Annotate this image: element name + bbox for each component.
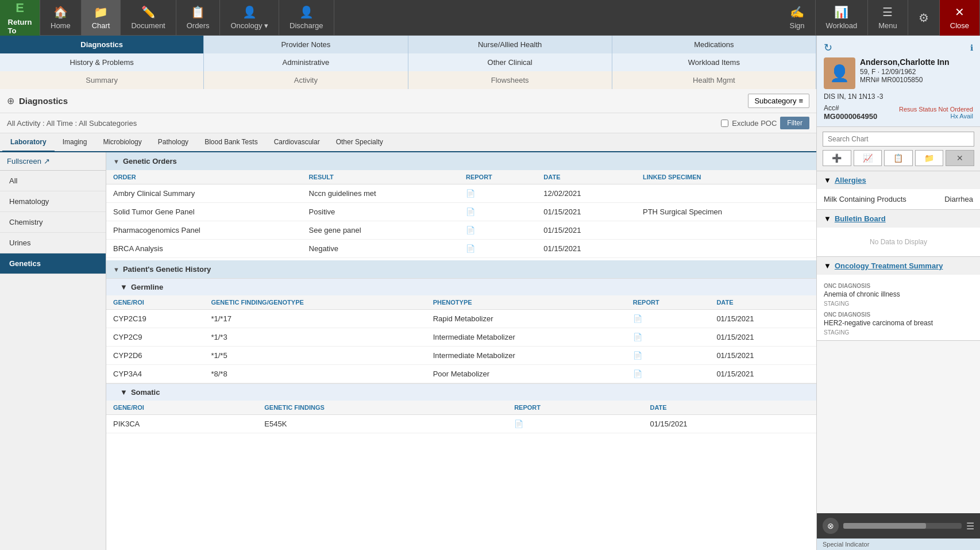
- lab-tab-blood-bank[interactable]: Blood Bank Tests: [196, 133, 266, 152]
- close-button[interactable]: ✕ Close: [940, 0, 980, 36]
- sidebar-item-hematology[interactable]: Hematology: [0, 191, 106, 212]
- chart-tool-add[interactable]: ➕: [823, 150, 851, 166]
- chart-tool-folder[interactable]: 📁: [915, 150, 944, 166]
- sidebar-item-genetics[interactable]: Genetics: [0, 253, 106, 274]
- oncology-treatment-header[interactable]: ▼ Oncology Treatment Summary: [817, 257, 980, 275]
- report-icon[interactable]: 📄: [626, 347, 710, 365]
- order-report[interactable]: 📄: [459, 240, 537, 258]
- info-button[interactable]: ℹ: [970, 43, 973, 52]
- diagnostics-back-icon[interactable]: ⊕: [7, 95, 14, 106]
- tab-nurse-allied[interactable]: Nurse/Allied Health: [408, 36, 612, 53]
- somatic-chevron[interactable]: ▼: [120, 388, 128, 397]
- chart-button[interactable]: 📁 Chart: [82, 0, 121, 36]
- order-report[interactable]: 📄: [459, 203, 537, 221]
- phenotype: Intermediate Metabolizer: [426, 328, 626, 347]
- report-icon[interactable]: 📄: [626, 310, 710, 328]
- patient-acc-area: Acc# MG0000064950 Resus Status Not Order…: [824, 104, 973, 121]
- left-panel: Diagnostics Provider Notes Nurse/Allied …: [0, 36, 816, 550]
- comm-menu-icon[interactable]: ☰: [966, 521, 974, 532]
- order-date: 01/15/2021: [537, 240, 636, 258]
- bulletin-board-header[interactable]: ▼ Bulletin Board: [817, 210, 980, 228]
- comm-icon[interactable]: ⊗: [823, 518, 839, 534]
- orders-button[interactable]: 📋 Orders: [176, 0, 221, 36]
- main-area: Diagnostics Provider Notes Nurse/Allied …: [0, 36, 980, 550]
- search-chart-input[interactable]: [823, 132, 974, 147]
- allergies-header[interactable]: ▼ Allergies: [817, 171, 980, 189]
- germline-col-gene: Gene/ROI: [106, 295, 204, 310]
- document-button[interactable]: ✏️ Document: [121, 0, 176, 36]
- search-chart-area: ➕ 📈 📋 📁 ✕: [817, 127, 980, 171]
- order-name: BRCA Analysis: [106, 240, 302, 258]
- chart-tool-close[interactable]: ✕: [946, 150, 974, 166]
- filter-button[interactable]: Filter: [780, 117, 809, 129]
- phenotype: Poor Metabolizer: [426, 365, 626, 383]
- oncology-button[interactable]: 👤 Oncology ▾: [220, 0, 279, 36]
- tab-summary[interactable]: Summary: [0, 71, 204, 89]
- fullscreen-button[interactable]: Fullscreen ↗: [0, 152, 106, 171]
- genetic-orders-table: Order Result Report Date Linked Specimen…: [106, 170, 816, 258]
- germline-chevron[interactable]: ▼: [120, 283, 128, 291]
- right-panel: ↻ ℹ 👤 Anderson,Charlotte Inn 59, F · 12/…: [816, 36, 980, 550]
- report-icon[interactable]: 📄: [626, 328, 710, 347]
- tab-medications[interactable]: Medications: [612, 36, 816, 53]
- somatic-col-finding: Genetic Findings: [257, 401, 507, 415]
- somatic-report-icon[interactable]: 📄: [507, 415, 643, 433]
- tab-health-mgmt[interactable]: Health Mgmt: [612, 71, 816, 89]
- genetic-history-chevron[interactable]: ▼: [113, 266, 119, 273]
- exclude-poc-checkbox[interactable]: [721, 120, 728, 127]
- genetic-history-header: ▼ Patient's Genetic History: [106, 260, 816, 278]
- tab-activity[interactable]: Activity: [204, 71, 408, 89]
- bulletin-board-title: Bulletin Board: [835, 214, 886, 223]
- lab-tab-cardiovascular[interactable]: Cardiovascular: [266, 133, 328, 152]
- phenotype: Rapid Metabolizer: [426, 310, 626, 328]
- settings-button[interactable]: ⚙: [908, 0, 940, 36]
- sidebar-item-chemistry[interactable]: Chemistry: [0, 212, 106, 233]
- result-date: 01/15/2021: [709, 310, 816, 328]
- chart-tool-trend[interactable]: 📈: [854, 150, 882, 166]
- tab-diagnostics[interactable]: Diagnostics: [0, 36, 204, 53]
- order-report[interactable]: 📄: [459, 184, 537, 203]
- lab-tab-laboratory[interactable]: Laboratory: [2, 133, 55, 152]
- sign-button[interactable]: ✍️ Sign: [780, 0, 816, 36]
- lab-tab-pathology[interactable]: Pathology: [150, 133, 196, 152]
- lab-tab-other-specialty[interactable]: Other Specialty: [328, 133, 391, 152]
- tab-flowsheets[interactable]: Flowsheets: [408, 71, 612, 89]
- filter-row: All Activity : All Time : All Subcategor…: [0, 113, 816, 133]
- somatic-header: ▼ Somatic: [106, 383, 816, 401]
- diagnostics-title: Diagnostics: [19, 96, 68, 106]
- oncology-treatment-content: ONC DIAGNOSIS Anemia of chronic illness …: [817, 275, 980, 340]
- tab-administrative[interactable]: Administrative: [204, 53, 408, 71]
- tab-history-problems[interactable]: History & Problems: [0, 53, 204, 71]
- tab-workload-items[interactable]: Workload Items: [612, 53, 816, 71]
- order-result: See gene panel: [302, 221, 459, 240]
- order-date: 12/02/2021: [537, 184, 636, 203]
- menu-button[interactable]: ☰ Menu: [868, 0, 908, 36]
- gene-roi: CYP2C9: [106, 328, 204, 347]
- lab-tab-imaging[interactable]: Imaging: [55, 133, 95, 152]
- workload-button[interactable]: 📊 Workload: [816, 0, 869, 36]
- tab-other-clinical[interactable]: Other Clinical: [408, 53, 612, 71]
- chart-tool-copy[interactable]: 📋: [884, 150, 913, 166]
- genetic-orders-chevron[interactable]: ▼: [113, 158, 119, 165]
- orders-label: Orders: [187, 21, 210, 30]
- exclude-poc-area: Exclude POC Filter: [721, 117, 809, 129]
- filter-info: All Activity : All Time : All Subcategor…: [7, 119, 137, 128]
- discharge-label: Discharge: [290, 21, 323, 30]
- sidebar-item-urines[interactable]: Urines: [0, 233, 106, 253]
- table-row: CYP3A4 *8/*8 Poor Metabolizer 📄 01/15/20…: [106, 365, 816, 383]
- discharge-button[interactable]: 👤 Discharge: [279, 0, 334, 36]
- home-button[interactable]: 🏠 Home: [40, 0, 82, 36]
- oncology-chevron: ▼: [824, 261, 831, 270]
- return-label: Return To: [8, 18, 32, 35]
- sidebar-item-all[interactable]: All: [0, 171, 106, 191]
- order-name: Solid Tumor Gene Panel: [106, 203, 302, 221]
- refresh-button[interactable]: ↻: [824, 41, 832, 54]
- return-to-button[interactable]: E Return To: [0, 0, 40, 36]
- report-icon[interactable]: 📄: [626, 365, 710, 383]
- result-date: 01/15/2021: [709, 347, 816, 365]
- tab-provider-notes[interactable]: Provider Notes: [204, 36, 408, 53]
- lab-tab-microbiology[interactable]: Microbiology: [95, 133, 149, 152]
- subcategory-button[interactable]: Subcategory ≡: [748, 94, 809, 108]
- lab-tabs: Laboratory Imaging Microbiology Patholog…: [0, 133, 816, 152]
- order-report[interactable]: 📄: [459, 221, 537, 240]
